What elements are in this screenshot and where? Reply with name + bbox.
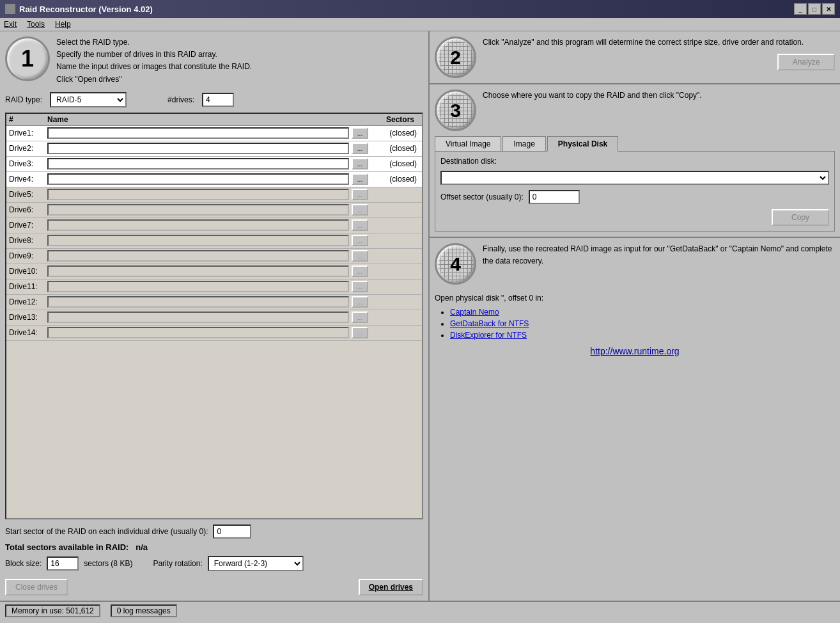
tab-virtual-image[interactable]: Virtual Image — [435, 136, 501, 151]
step1-header: 1 Select the RAID type. Specify the numb… — [5, 36, 423, 86]
table-row: Drive8: ... — [6, 233, 422, 249]
parity-rotation-select[interactable]: Forward (1-2-3) Backward (3-2-1) None — [208, 556, 304, 571]
table-row: Drive13: ... — [6, 310, 422, 326]
memory-status: Memory in use: 501,612 — [5, 604, 100, 617]
drive3-browse-button[interactable]: ... — [352, 158, 368, 170]
tab-physical-disk[interactable]: Physical Disk — [547, 136, 618, 152]
drive1-status: (closed) — [368, 129, 419, 138]
svg-rect-3 — [10, 8, 12, 11]
captain-nemo-link[interactable]: Captain Nemo — [450, 308, 499, 317]
drive1-input[interactable] — [47, 127, 349, 139]
drive-label: Drive12: — [9, 297, 47, 306]
drive-label: Drive6: — [9, 205, 47, 214]
close-drives-button[interactable]: Close drives — [5, 579, 68, 595]
open-drives-button[interactable]: Open drives — [359, 579, 423, 595]
drive10-input — [47, 265, 349, 277]
table-row: Drive14: ... — [6, 326, 422, 341]
getdataback-link[interactable]: GetDataBack for NTFS — [450, 319, 529, 328]
table-row: Drive4: ... (closed) — [6, 172, 422, 187]
drive-label: Drive8: — [9, 236, 47, 245]
start-sector-label: Start sector of the RAID on each individ… — [5, 527, 208, 536]
table-row: Drive11: ... — [6, 280, 422, 295]
total-sectors-value: n/a — [136, 542, 148, 552]
drive4-input[interactable] — [47, 173, 349, 185]
status-bar: Memory in use: 501,612 0 log messages — [0, 601, 840, 620]
table-row: Drive12: ... — [6, 295, 422, 310]
offset-sector-label: Offset sector (usually 0): — [440, 193, 524, 201]
tab-content-physical-disk: Destination disk: Offset sector (usually… — [435, 152, 835, 232]
svg-rect-1 — [10, 5, 12, 8]
step4-text: Finally, use the recreated RAID image as… — [483, 243, 835, 267]
drive12-browse-button: ... — [352, 296, 368, 308]
offset-sector-input[interactable] — [529, 190, 580, 204]
drive13-input — [47, 312, 349, 323]
col-sectors: Sectors — [355, 115, 419, 124]
destination-disk-select[interactable] — [440, 171, 829, 185]
drive10-browse-button: ... — [352, 265, 368, 277]
drive5-input — [47, 189, 349, 200]
num-drives-input[interactable] — [202, 93, 234, 107]
close-button[interactable]: ✕ — [822, 3, 835, 15]
drive2-input[interactable] — [47, 143, 349, 154]
tab-image[interactable]: Image — [502, 136, 545, 151]
table-row: Drive5: ... — [6, 187, 422, 203]
drive-label: Drive11: — [9, 282, 47, 291]
raid-type-select[interactable]: RAID-5 RAID-0 RAID-1 RAID-3 RAID-4 RAID-… — [50, 92, 127, 107]
step3-section: 3 Choose where you want to copy the RAID… — [430, 84, 840, 238]
drive-label: Drive14: — [9, 328, 47, 337]
table-row: Drive9: ... — [6, 249, 422, 264]
drive1-browse-button[interactable]: ... — [352, 127, 368, 139]
drive5-browse-button: ... — [352, 189, 368, 200]
drives-table-header: # Name Sectors — [6, 114, 422, 126]
table-row: Drive10: ... — [6, 264, 422, 280]
table-row: Drive7: ... — [6, 218, 422, 233]
drive-label: Drive1: — [9, 129, 47, 138]
title-bar: Raid Reconstructor (Version 4.02) _ □ ✕ — [0, 0, 840, 18]
drive12-input — [47, 296, 349, 308]
step4-section: 4 Finally, use the recreated RAID image … — [430, 238, 840, 601]
raid-controls: RAID type: RAID-5 RAID-0 RAID-1 RAID-3 R… — [5, 92, 423, 107]
drive6-input — [47, 204, 349, 216]
drive8-browse-button: ... — [352, 235, 368, 246]
drive9-browse-button: ... — [352, 250, 368, 262]
step1-instructions: Select the RAID type. Specify the number… — [56, 36, 252, 86]
menu-exit[interactable]: Exit — [4, 20, 17, 29]
block-size-suffix: sectors (8 KB) — [84, 559, 132, 568]
drive14-input — [47, 327, 349, 338]
parity-rotation-label: Parity rotation: — [153, 559, 202, 568]
drive-label: Drive7: — [9, 221, 47, 230]
table-row: Drive6: ... — [6, 203, 422, 218]
step4-circle: 4 — [435, 243, 476, 285]
start-sector-input[interactable] — [213, 524, 251, 539]
drive2-status: (closed) — [368, 144, 419, 153]
step4-links: Captain Nemo GetDataBack for NTFS DiskEx… — [435, 308, 835, 340]
drive8-input — [47, 235, 349, 246]
destination-disk-label: Destination disk: — [440, 157, 497, 166]
drive3-status: (closed) — [368, 159, 419, 168]
maximize-button[interactable]: □ — [808, 3, 821, 15]
raid-type-label: RAID type: — [5, 95, 42, 104]
drive4-browse-button[interactable]: ... — [352, 173, 368, 185]
drive-label: Drive10: — [9, 267, 47, 276]
drive-label: Drive2: — [9, 144, 47, 153]
total-sectors-label: Total sectors available in RAID: — [5, 542, 134, 552]
copy-button[interactable]: Copy — [772, 209, 829, 226]
menu-bar: Exit Tools Help — [0, 18, 840, 31]
drive-label: Drive4: — [9, 175, 47, 184]
minimize-button[interactable]: _ — [794, 3, 807, 15]
drive3-input[interactable] — [47, 158, 349, 170]
block-size-input[interactable] — [47, 556, 79, 571]
step3-circle: 3 — [435, 90, 476, 131]
diskexplorer-link[interactable]: DiskExplorer for NTFS — [450, 331, 527, 340]
analyze-button[interactable]: Analyze — [777, 54, 835, 70]
left-panel: 1 Select the RAID type. Specify the numb… — [0, 31, 430, 601]
menu-tools[interactable]: Tools — [27, 20, 45, 29]
menu-help[interactable]: Help — [55, 20, 71, 29]
drive2-browse-button[interactable]: ... — [352, 143, 368, 154]
drive7-browse-button: ... — [352, 219, 368, 231]
drive-label: Drive9: — [9, 251, 47, 260]
step3-text: Choose where you want to copy the RAID a… — [483, 90, 835, 102]
block-size-label: Block size: — [5, 559, 42, 568]
website-link[interactable]: http://www.runtime.org — [435, 346, 835, 356]
num-drives-label: #drives: — [167, 95, 194, 104]
